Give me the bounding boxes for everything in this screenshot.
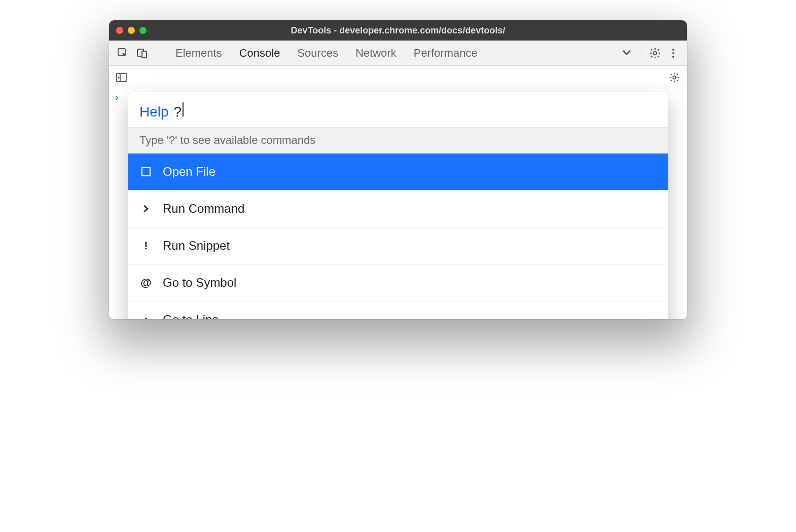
tab-elements[interactable]: Elements (175, 47, 222, 60)
svg-point-3 (654, 51, 657, 54)
text-cursor-icon (183, 102, 184, 117)
inspect-element-icon[interactable] (114, 45, 131, 62)
settings-gear-icon[interactable] (646, 45, 664, 62)
at-icon: @ (139, 276, 153, 289)
svg-point-9 (673, 76, 676, 79)
command-menu-input[interactable]: Help ? (128, 92, 668, 128)
svg-rect-10 (142, 168, 150, 176)
command-item-open-file[interactable]: Open File (128, 154, 668, 191)
kebab-menu-icon[interactable] (665, 45, 682, 62)
svg-point-5 (672, 52, 674, 54)
command-menu-list: Open File Run Command ! Run Snippet @ Go… (128, 154, 668, 319)
console-sidebar-toggle-icon[interactable] (113, 69, 130, 86)
svg-point-6 (672, 56, 674, 58)
console-settings-gear-icon[interactable] (666, 69, 683, 86)
colon-icon: : (139, 313, 153, 319)
command-item-label: Run Snippet (163, 239, 230, 253)
svg-point-4 (672, 49, 674, 51)
minimize-icon[interactable] (128, 27, 135, 34)
command-menu-prefix: Help (139, 104, 169, 120)
chevron-right-icon (139, 204, 153, 213)
exclaim-icon: ! (139, 239, 153, 252)
titlebar: DevTools - developer.chrome.com/docs/dev… (109, 20, 687, 41)
tab-console[interactable]: Console (239, 47, 280, 60)
command-item-label: Open File (163, 165, 215, 179)
close-icon[interactable] (116, 27, 123, 34)
fullscreen-icon[interactable] (139, 27, 147, 34)
empty-square-icon (139, 167, 153, 177)
command-item-label: Go to Symbol (163, 276, 236, 290)
tab-performance[interactable]: Performance (414, 47, 478, 60)
traffic-lights (116, 27, 147, 34)
command-item-go-to-line[interactable]: : Go to Line (128, 301, 668, 319)
command-item-go-to-symbol[interactable]: @ Go to Symbol (128, 264, 668, 301)
prompt-chevron-icon: › (115, 91, 119, 103)
command-item-label: Run Command (163, 202, 244, 216)
tab-sources[interactable]: Sources (297, 47, 338, 60)
panel-tabs: Elements Console Sources Network Perform… (175, 47, 617, 60)
devtools-toolbar: Elements Console Sources Network Perform… (109, 41, 687, 66)
divider (157, 46, 157, 61)
tab-network[interactable]: Network (355, 47, 396, 60)
console-subtoolbar (109, 66, 687, 89)
command-menu-query: ? (174, 104, 182, 120)
window-title: DevTools - developer.chrome.com/docs/dev… (109, 25, 687, 36)
more-tabs-icon[interactable] (619, 45, 636, 62)
device-toolbar-icon[interactable] (133, 45, 151, 62)
svg-rect-2 (142, 51, 147, 58)
command-item-run-snippet[interactable]: ! Run Snippet (128, 227, 668, 264)
panel-content: › Help ? Type '?' to see available comma… (109, 66, 687, 319)
command-menu-popup: Help ? Type '?' to see available command… (128, 92, 668, 319)
devtools-window: DevTools - developer.chrome.com/docs/dev… (109, 20, 687, 319)
command-item-label: Go to Line (163, 313, 219, 319)
svg-rect-7 (117, 73, 127, 82)
divider (641, 46, 641, 61)
command-item-run-command[interactable]: Run Command (128, 191, 668, 227)
command-menu-hint: Type '?' to see available commands (128, 128, 668, 154)
